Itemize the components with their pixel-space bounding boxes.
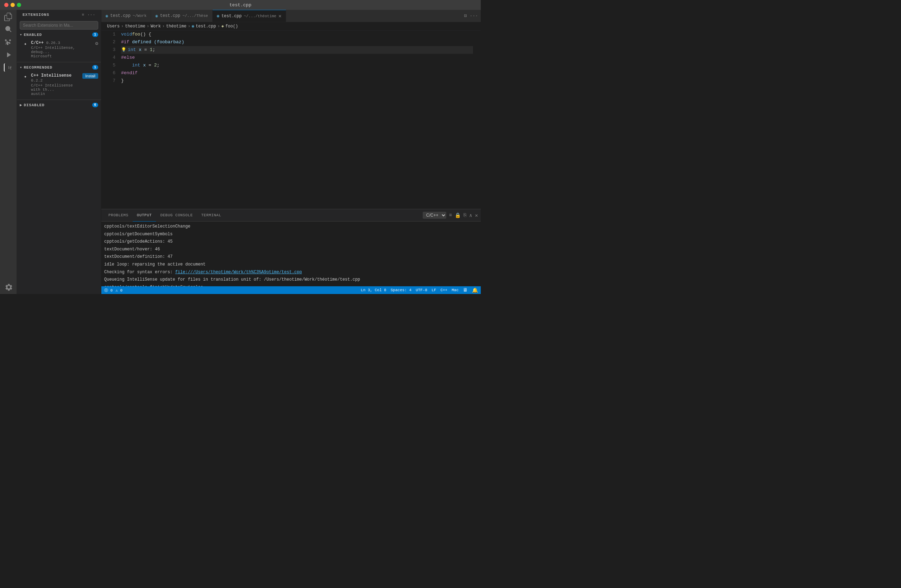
code-editor[interactable]: 1 2 3 4 5 6 7 void foo() { #if defined (…	[101, 31, 481, 209]
title-bar: test.cpp	[0, 0, 481, 10]
status-right: Ln 3, Col 8 Spaces: 4 UTF-8 LF C++ Mac 🖥…	[361, 287, 478, 293]
split-editor-icon[interactable]: ⊡	[464, 13, 467, 19]
indentation[interactable]: Spaces: 4	[391, 288, 412, 292]
tab-label-0: test.cpp	[110, 13, 131, 18]
status-bar: ⓪ 0 ⚠ 0 Ln 3, Col 8 Spaces: 4 UTF-8 LF C…	[101, 286, 481, 294]
output-line-1: cpptools/textEditorSelectionChange	[104, 223, 478, 231]
language[interactable]: C++	[440, 288, 447, 292]
recommended-section-header[interactable]: ▾ RECOMMENDED 1	[17, 64, 101, 71]
ext-intellisense-info: C++ Intellisense 0.2.2 C/C++ Intellisens…	[31, 73, 80, 96]
code-line-3: 💡int x = 1;	[121, 46, 473, 54]
enabled-section-header[interactable]: ▾ ENABLED 1	[17, 31, 101, 38]
panel-output: cpptools/textEditorSelectionChange cppto…	[101, 222, 481, 286]
tab-2[interactable]: ◉ test.cpp ~/.../théotime ✕	[213, 10, 286, 22]
output-line-6: idle loop: reparsing the active document	[104, 261, 478, 269]
clear-icon[interactable]: ≡	[449, 212, 452, 218]
window-title: test.cpp	[229, 3, 251, 8]
ext-star-icon: ✦	[23, 41, 28, 47]
chevron-right-icon: ▶	[20, 103, 22, 107]
tab-file-icon-0: ◉	[106, 13, 108, 19]
output-line-7: Checking for syntax errors: file:///User…	[104, 269, 478, 277]
extension-cxx[interactable]: ✦ C/C++ 0.26.3 C/C++ IntelliSense, debug…	[17, 38, 101, 61]
tab-close-2[interactable]: ✕	[278, 14, 281, 19]
breadcrumb-theorime[interactable]: théotime	[166, 24, 187, 29]
code-area[interactable]: void foo() { #if defined (foobarbaz) 💡in…	[118, 31, 476, 209]
main-container: EXTENSIONS ≡ ··· ▾ ENABLED 1 ✦ C/C++ 0.2…	[0, 10, 481, 294]
extensions-icon[interactable]	[4, 63, 12, 72]
settings-icon[interactable]	[4, 283, 12, 291]
channel-selector[interactable]: C/C++	[423, 212, 446, 219]
ext-intellisense-name: C++ Intellisense 0.2.2	[31, 73, 80, 83]
line-numbers: 1 2 3 4 5 6 7	[101, 31, 118, 209]
output-line-3: cpptools/getCodeActions: 45	[104, 238, 478, 246]
platform[interactable]: Mac	[452, 288, 458, 292]
recommended-badge: 1	[92, 65, 98, 70]
breadcrumb-file-icon: ◉	[192, 23, 194, 29]
cursor-position[interactable]: Ln 3, Col 8	[361, 288, 387, 292]
run-icon[interactable]	[4, 51, 12, 59]
code-line-6: #endif	[121, 69, 473, 77]
breadcrumb-work[interactable]: Work	[151, 24, 161, 29]
ext-intellisense-author: austin	[31, 92, 80, 96]
maximize-panel-icon[interactable]: ∧	[469, 212, 472, 218]
syntax-error-link[interactable]: file:///Users/theotime/Work/th%C3%A9otim…	[175, 270, 302, 275]
tab-label-1: test.cpp	[160, 13, 181, 18]
disabled-badge: 6	[92, 103, 98, 107]
gear-icon[interactable]: ⚙	[95, 40, 98, 47]
encoding[interactable]: UTF-8	[416, 288, 427, 292]
tab-path-2: ~/.../théotime	[244, 14, 276, 18]
copy-icon[interactable]: ⎘	[463, 212, 466, 218]
files-icon[interactable]	[4, 12, 12, 21]
maximize-button[interactable]	[17, 3, 21, 7]
ext-cxx-info: C/C++ 0.26.3 C/C++ IntelliSense, debug..…	[31, 40, 93, 58]
ext-star-icon-2: ✦	[23, 73, 28, 79]
breadcrumb-users[interactable]: Users	[107, 24, 120, 29]
breadcrumb-theotime[interactable]: theotime	[125, 24, 145, 29]
editor-container: ◉ test.cpp ~/Work ◉ test.cpp ~/.../Thèse…	[101, 10, 481, 294]
remote-icon[interactable]: 🖥	[463, 287, 468, 293]
notification-icon[interactable]: 🔔	[472, 287, 478, 293]
breadcrumb-symbol-icon: ◈	[221, 23, 224, 29]
divider-2	[17, 100, 101, 100]
minimize-button[interactable]	[11, 3, 15, 7]
output-line-5: textDocument/definition: 47	[104, 253, 478, 261]
search-icon[interactable]	[4, 25, 12, 34]
install-button[interactable]: Install	[83, 73, 98, 79]
disabled-section-header[interactable]: ▶ DISABLED 6	[17, 101, 101, 109]
panel-controls: C/C++ ≡ 🔒 ⎘ ∧ ✕	[423, 212, 478, 219]
errors-status[interactable]: ⓪ 0	[104, 288, 113, 293]
panel-tab-problems[interactable]: PROBLEMS	[104, 209, 132, 222]
code-line-1: void foo() {	[121, 31, 473, 38]
tab-1[interactable]: ◉ test.cpp ~/.../Thèse	[151, 10, 212, 22]
tab-0[interactable]: ◉ test.cpp ~/Work	[101, 10, 151, 22]
scrollbar[interactable]	[476, 31, 481, 209]
lock-icon[interactable]: 🔒	[455, 212, 461, 218]
tab-path-1: ~/.../Thèse	[182, 14, 208, 18]
close-button[interactable]	[4, 3, 8, 7]
tabs-bar: ◉ test.cpp ~/Work ◉ test.cpp ~/.../Thèse…	[101, 10, 481, 22]
status-left: ⓪ 0 ⚠ 0	[104, 288, 123, 293]
panel-tab-debug[interactable]: DEBUG CONSOLE	[156, 209, 197, 222]
warnings-status[interactable]: ⚠ 0	[115, 288, 123, 292]
enabled-label: ENABLED	[23, 33, 42, 37]
tab-label-2: test.cpp	[221, 14, 242, 19]
search-input[interactable]	[20, 21, 98, 30]
extension-intellisense[interactable]: ✦ C++ Intellisense 0.2.2 C/C++ Intellise…	[17, 71, 101, 98]
panel-tab-terminal[interactable]: TERMINAL	[197, 209, 226, 222]
panel-tab-output[interactable]: OUTPUT	[132, 209, 156, 222]
sidebar: EXTENSIONS ≡ ··· ▾ ENABLED 1 ✦ C/C++ 0.2…	[17, 10, 101, 294]
ext-cxx-desc: C/C++ IntelliSense, debug...	[31, 46, 93, 54]
line-ending[interactable]: LF	[432, 288, 436, 292]
more-actions-icon[interactable]: ···	[470, 13, 478, 19]
breadcrumb-symbol[interactable]: foo()	[225, 24, 238, 29]
output-line-4: textDocument/hover: 46	[104, 246, 478, 254]
code-line-7: }	[121, 77, 473, 85]
sort-icon[interactable]: ≡	[82, 12, 85, 17]
close-panel-icon[interactable]: ✕	[475, 212, 478, 218]
output-line-8: Queueing IntelliSense update for files i…	[104, 276, 478, 284]
traffic-lights	[4, 3, 21, 7]
source-control-icon[interactable]	[4, 38, 12, 47]
code-line-4: #else	[121, 54, 473, 62]
breadcrumb-file[interactable]: test.cpp	[196, 24, 216, 29]
more-icon[interactable]: ···	[87, 12, 95, 17]
